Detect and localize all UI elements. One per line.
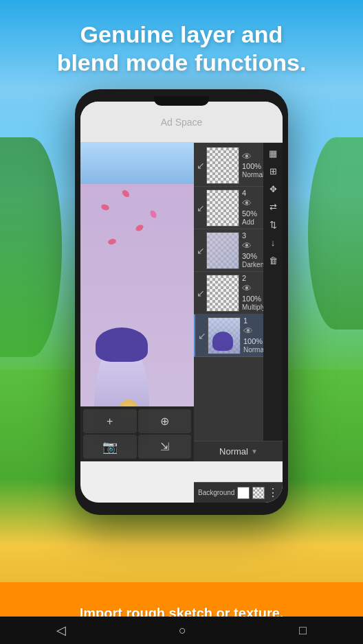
layer-arrow: ↙ [197,161,205,170]
checker-icon[interactable]: ▦ [265,146,280,161]
flip-icon[interactable]: ⇄ [265,199,280,214]
download-icon[interactable]: ↓ [265,235,280,250]
left-toolbar: + ⊕ 📷 ⇲ [80,406,194,461]
layer-info: 4 👁 50% Add [239,189,261,227]
bg-tree-left [0,137,62,357]
phone-frame: Ad Space [75,89,288,515]
camera-button[interactable]: 📷 [83,435,137,459]
bg-row-label: Background [198,489,234,496]
layer-panel: ↙ 👁 100% Normal ↙ [194,143,283,461]
layer-eye-icon: 👁 [242,151,263,163]
layer-thumb [206,232,239,269]
layer-info: 1 👁 100% Normal [241,317,263,354]
headline: Genuine layer and blend mode functions. [0,21,363,77]
layers-icon[interactable]: ⊞ [265,163,280,179]
layer-number: 2 [242,274,263,283]
layer-blend: Multiply [242,303,263,312]
bottom-banner: ◁ ○ □ Import rough sketch or texture. [0,582,363,644]
layer-blend: Normal [242,171,263,179]
layer-item[interactable]: ↙ 👁 100% Normal [194,144,263,187]
layer-eye-icon: 👁 [242,240,263,252]
layer-thumb [208,317,241,354]
layer-item[interactable]: ↙ 4 👁 50% Add [194,187,263,229]
export-button[interactable]: ⇲ [138,435,192,459]
layer-thumb [206,275,239,312]
layer-blend: Darken [242,261,263,269]
move-icon[interactable]: ✥ [265,181,280,196]
headline-line2: blend mode functions. [0,49,363,77]
layer-item-selected[interactable]: ↙ 1 👁 100% Normal [194,314,263,357]
layer-arrow: ↙ [198,331,206,341]
layer-eye-icon: 👁 [242,198,261,209]
layer-number: 1 [243,317,263,325]
nav-back-button[interactable]: ◁ [56,623,66,638]
layer-thumb [206,189,239,227]
layer-arrow: ↙ [197,203,205,213]
nav-menu-button[interactable]: □ [299,623,307,638]
phone-notch [154,96,209,106]
blend-mode-label[interactable]: Normal ▼ [194,441,283,461]
layer-number: 3 [242,231,263,240]
delete-icon[interactable]: 🗑 [265,253,280,268]
bg-swatch-white[interactable] [237,487,250,499]
background-row: Background ⋮ [194,482,283,503]
layer-arrow: ↙ [197,246,205,255]
bg-tree-right [308,137,363,330]
add-layer-button[interactable]: + [83,409,137,433]
headline-line1: Genuine layer and [0,21,363,49]
layer-eye-icon: 👁 [243,325,263,337]
layer-tools: ▦ ⊞ ✥ ⇄ ⇅ ↓ 🗑 [263,143,283,461]
layer-opacity: 100% [242,295,263,303]
nav-home-button[interactable]: ○ [179,623,186,638]
bg-more-icon[interactable]: ⋮ [267,486,278,499]
layer-info: 2 👁 100% Multiply [239,274,263,312]
layer-opacity: 100% [243,337,263,346]
layer-blend: Normal [243,346,263,354]
layers-list: ↙ 👁 100% Normal ↙ [194,143,263,461]
merge-button[interactable]: ⊕ [138,409,192,433]
transform-icon[interactable]: ⇅ [265,217,280,232]
layer-eye-icon: 👁 [242,283,263,295]
layer-thumb [206,147,239,184]
layer-opacity: 50% [242,209,261,218]
bg-swatch-checker[interactable] [252,487,265,499]
ad-space: Ad Space [80,102,283,143]
layer-blend: Add [242,218,261,227]
phone-screen: Ad Space [80,102,283,503]
ad-space-text: Ad Space [161,117,203,128]
layer-arrow: ↙ [197,288,205,298]
layer-item[interactable]: ↙ 3 👁 30% Darken [194,229,263,272]
layer-info: 3 👁 30% Darken [239,231,263,269]
nav-bar-inner: ◁ ○ □ [0,617,363,644]
layer-number: 4 [242,189,261,198]
layer-info: 👁 100% Normal [239,151,263,180]
layer-opacity: 30% [242,252,263,261]
layer-opacity: 100% [242,162,263,171]
layer-item[interactable]: ↙ 2 👁 100% Multiply [194,272,263,314]
